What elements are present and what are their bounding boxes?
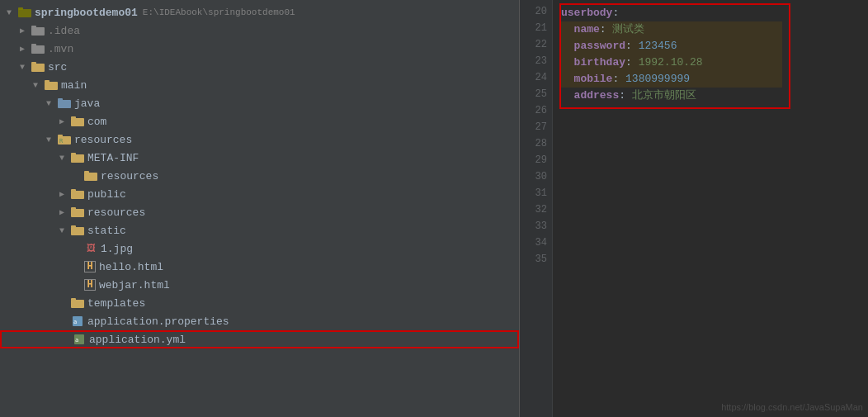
tree-item-src[interactable]: src — [0, 58, 519, 76]
templates-label: templates — [87, 297, 145, 310]
highlight-box: userbody: name: 测试类 password: 123456 bir… — [559, 3, 790, 109]
tree-item-1jpg[interactable]: 🖼 1.jpg — [0, 239, 519, 258]
tree-item-app-props[interactable]: a application.properties — [0, 312, 519, 330]
arrow-src — [20, 63, 31, 72]
tree-item-static[interactable]: static — [0, 221, 519, 239]
tree-item-java[interactable]: java — [0, 94, 519, 112]
line-num-34: 34 — [520, 235, 547, 251]
meta-resources-label: resources — [101, 170, 158, 182]
tree-item-meta-resources[interactable]: resources — [0, 167, 519, 185]
folder-icon-templates — [71, 297, 84, 309]
svg-rect-18 — [71, 153, 76, 155]
java-label: java — [74, 97, 100, 110]
code-line-26 — [559, 109, 861, 126]
line-num-35: 35 — [520, 251, 547, 268]
code-line-32 — [559, 208, 861, 225]
arrow-public — [59, 189, 71, 199]
code-editor-panel: 20 21 22 23 24 25 26 27 28 29 30 31 32 3… — [520, 0, 868, 417]
svg-rect-11 — [58, 98, 63, 101]
code-line-23: birthday: 1992.10.28 — [561, 54, 782, 71]
arrow-mvn — [20, 44, 31, 54]
arrow-resources2 — [59, 207, 71, 217]
folder-icon-resources: R — [58, 134, 71, 145]
yaml-key-birthday: birthday — [574, 56, 625, 69]
svg-rect-15 — [58, 135, 63, 137]
code-line-27 — [559, 126, 861, 142]
svg-rect-12 — [71, 118, 84, 126]
svg-rect-10 — [58, 100, 71, 108]
tree-item-idea[interactable]: .idea — [0, 21, 519, 40]
idea-label: .idea — [48, 25, 80, 37]
line-num-31: 31 — [520, 185, 547, 201]
main-label: main — [61, 79, 87, 92]
code-line-25: address: 北京市朝阳区 — [561, 88, 782, 104]
code-lines[interactable]: userbody: name: 测试类 password: 123456 bir… — [553, 0, 868, 417]
line-num-20: 20 — [520, 3, 547, 20]
line-num-25: 25 — [520, 86, 547, 102]
tree-item-hello-html[interactable]: H hello.html — [0, 258, 519, 276]
tree-item-root[interactable]: springbootdemo01 E:\IDEAbook\springbootd… — [0, 3, 519, 21]
code-line-20: userbody: — [561, 5, 782, 21]
public-label: public — [87, 188, 126, 201]
svg-rect-28 — [71, 298, 76, 301]
folder-icon-src — [31, 61, 45, 73]
tree-item-main[interactable]: main — [0, 76, 519, 94]
code-line-24: mobile: 1380999999 — [561, 71, 782, 88]
tree-item-resources2[interactable]: resources — [0, 203, 519, 221]
yaml-key-name: name — [574, 23, 600, 36]
folder-icon-root — [18, 7, 31, 18]
line-num-32: 32 — [520, 201, 547, 218]
arrow-main — [33, 81, 45, 90]
hello-label: hello.html — [99, 261, 163, 273]
yaml-key-mobile: mobile — [574, 73, 613, 85]
line-num-30: 30 — [520, 168, 547, 185]
folder-icon-public — [71, 188, 84, 200]
tree-item-public[interactable]: public — [0, 185, 519, 203]
mvn-label: .mvn — [48, 43, 73, 55]
line-num-23: 23 — [520, 53, 547, 69]
svg-rect-0 — [18, 9, 31, 17]
svg-text:a: a — [75, 337, 78, 344]
resources-label: resources — [74, 134, 132, 146]
tree-item-webjar-html[interactable]: H webjar.html — [0, 276, 519, 294]
svg-rect-25 — [71, 227, 84, 235]
arrow-root — [7, 8, 18, 17]
line-num-28: 28 — [520, 135, 547, 152]
src-label: src — [48, 61, 67, 73]
tree-item-templates[interactable]: templates — [0, 294, 519, 312]
code-line-28 — [559, 142, 861, 159]
webjar-label: webjar.html — [99, 279, 170, 291]
tree-item-mvn[interactable]: .mvn — [0, 40, 519, 58]
svg-rect-21 — [71, 191, 84, 199]
tree-item-meta-inf[interactable]: META-INF — [0, 149, 519, 167]
arrow-idea — [20, 26, 31, 36]
code-line-21: name: 测试类 — [561, 21, 782, 38]
tree-item-com[interactable]: com — [0, 112, 519, 130]
tree-item-app-yml[interactable]: a application.yml — [0, 330, 519, 348]
code-line-34 — [559, 241, 861, 258]
line-num-27: 27 — [520, 119, 547, 135]
svg-rect-19 — [84, 173, 97, 181]
svg-rect-4 — [31, 45, 45, 54]
code-line-30 — [559, 175, 861, 192]
svg-rect-8 — [45, 82, 58, 90]
line-num-33: 33 — [520, 218, 547, 235]
yaml-val-mobile: 1380999999 — [625, 73, 690, 85]
yaml-val-name: 测试类 — [612, 23, 644, 36]
tree-item-resources[interactable]: R resources — [0, 130, 519, 149]
folder-icon-static — [71, 225, 84, 236]
folder-icon-resources2 — [71, 206, 84, 218]
appprops-label: application.properties — [87, 315, 229, 328]
line-num-21: 21 — [520, 20, 547, 36]
folder-icon-meta-inf — [71, 152, 84, 163]
line-num-29: 29 — [520, 152, 547, 168]
code-line-33 — [559, 225, 861, 241]
svg-rect-20 — [84, 171, 89, 173]
svg-rect-9 — [45, 80, 50, 83]
html-file-icon-hello: H — [84, 261, 96, 272]
svg-text:a: a — [73, 319, 77, 325]
1jpg-label: 1.jpg — [101, 243, 133, 255]
yaml-key-password: password — [574, 40, 625, 52]
code-line-35 — [559, 258, 861, 274]
yaml-key-address: address — [574, 89, 620, 102]
